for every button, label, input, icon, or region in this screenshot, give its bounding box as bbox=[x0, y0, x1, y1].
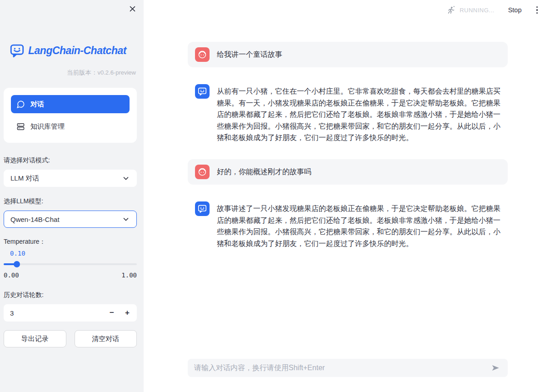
slider-track[interactable] bbox=[4, 263, 137, 265]
chat-bubble-icon bbox=[16, 100, 25, 109]
export-button[interactable]: 导出记录 bbox=[4, 330, 66, 347]
slider-range-labels: 0.00 1.00 bbox=[4, 271, 137, 279]
sidebar: LangChain-Chatchat 当前版本：v0.2.6-preview 对… bbox=[0, 0, 144, 392]
sidebar-actions: 导出记录 清空对话 bbox=[4, 330, 137, 347]
message-text: 给我讲一个童话故事 bbox=[217, 49, 282, 60]
close-icon bbox=[129, 5, 136, 13]
main-area: RUNNING... Stop bbox=[144, 0, 545, 392]
sidebar-close-button[interactable] bbox=[127, 4, 137, 14]
llm-model-select[interactable]: Qwen-14B-Chat bbox=[4, 211, 137, 228]
chat-input[interactable] bbox=[194, 364, 490, 372]
message-text: 从前有一只小猪，它住在一个小村庄里。它非常喜欢吃甜食，每天都会去村里的糖果店买糖… bbox=[217, 85, 500, 144]
nav-item-label: 对话 bbox=[30, 100, 44, 109]
stop-button[interactable]: Stop bbox=[508, 6, 522, 14]
decrement-button[interactable]: − bbox=[104, 306, 120, 320]
clear-button[interactable]: 清空对话 bbox=[75, 330, 137, 347]
nav-item-label: 知识库管理 bbox=[30, 122, 65, 131]
user-avatar bbox=[195, 47, 210, 62]
increment-button[interactable]: + bbox=[120, 306, 135, 320]
send-icon bbox=[490, 363, 500, 373]
chat-history: 给我讲一个童话故事 从前有一只小猪，它住在一个小村庄里。它非常喜欢吃甜食 bbox=[188, 0, 508, 249]
app-root: LangChain-Chatchat 当前版本：v0.2.6-preview 对… bbox=[0, 0, 545, 392]
send-button[interactable] bbox=[490, 362, 501, 374]
chat-input-bar bbox=[188, 359, 508, 377]
chat-message-assistant: 从前有一只小猪，它住在一个小村庄里。它非常喜欢吃甜食，每天都会去村里的糖果店买糖… bbox=[188, 84, 508, 144]
chat-message-assistant: 故事讲述了一只小猪发现糖果店的老板娘正在偷糖果，于是它决定帮助老板娘。它把糖果店… bbox=[188, 201, 508, 249]
user-face-icon bbox=[197, 50, 207, 60]
chevron-down-icon bbox=[122, 215, 130, 223]
assistant-bot-icon bbox=[197, 86, 207, 96]
nav-item-knowledge-base[interactable]: 知识库管理 bbox=[11, 117, 130, 136]
nav-item-dialogue[interactable]: 对话 bbox=[11, 95, 130, 113]
logo-chat-icon bbox=[9, 43, 25, 58]
version-label: 当前版本： bbox=[67, 69, 98, 76]
llm-model-label: 选择LLM模型: bbox=[4, 197, 137, 206]
temperature-value: 0.10 bbox=[10, 250, 137, 257]
temperature-slider[interactable] bbox=[4, 261, 137, 267]
dialog-mode-select[interactable]: LLM 对话 bbox=[4, 170, 137, 187]
kebab-icon bbox=[536, 6, 538, 14]
temperature-label: Temperature： bbox=[4, 238, 137, 246]
logo: LangChain-Chatchat bbox=[4, 43, 137, 58]
version-value: v0.2.6-preview bbox=[97, 69, 136, 76]
dialog-mode-value: LLM 对话 bbox=[10, 174, 39, 183]
user-face-icon bbox=[197, 167, 207, 177]
slider-min-label: 0.00 bbox=[4, 271, 19, 279]
chevron-down-icon bbox=[122, 174, 130, 182]
history-rounds-label: 历史对话轮数: bbox=[4, 291, 137, 299]
slider-thumb[interactable] bbox=[14, 261, 20, 267]
chat-message-user: 好的，你能概述刚才的故事吗 bbox=[188, 159, 508, 185]
user-avatar bbox=[195, 165, 210, 179]
nav-card: 对话 知识库管理 bbox=[4, 88, 137, 143]
history-rounds-input[interactable]: 3 − + bbox=[4, 304, 137, 322]
chat-message-user: 给我讲一个童话故事 bbox=[188, 42, 508, 67]
assistant-avatar bbox=[195, 201, 210, 216]
dialog-mode-label: 请选择对话模式: bbox=[4, 156, 137, 165]
version-text: 当前版本：v0.2.6-preview bbox=[4, 69, 137, 77]
message-text: 好的，你能概述刚才的故事吗 bbox=[217, 166, 311, 178]
logo-text: LangChain-Chatchat bbox=[28, 45, 126, 57]
slider-max-label: 1.00 bbox=[121, 271, 137, 279]
database-icon bbox=[16, 122, 25, 131]
history-rounds-value: 3 bbox=[10, 309, 104, 317]
llm-model-value: Qwen-14B-Chat bbox=[10, 216, 60, 223]
assistant-bot-icon bbox=[197, 204, 207, 214]
assistant-avatar bbox=[195, 84, 210, 99]
more-menu-button[interactable] bbox=[535, 5, 540, 16]
message-text: 故事讲述了一只小猪发现糖果店的老板娘正在偷糖果，于是它决定帮助老板娘。它把糖果店… bbox=[217, 203, 500, 249]
